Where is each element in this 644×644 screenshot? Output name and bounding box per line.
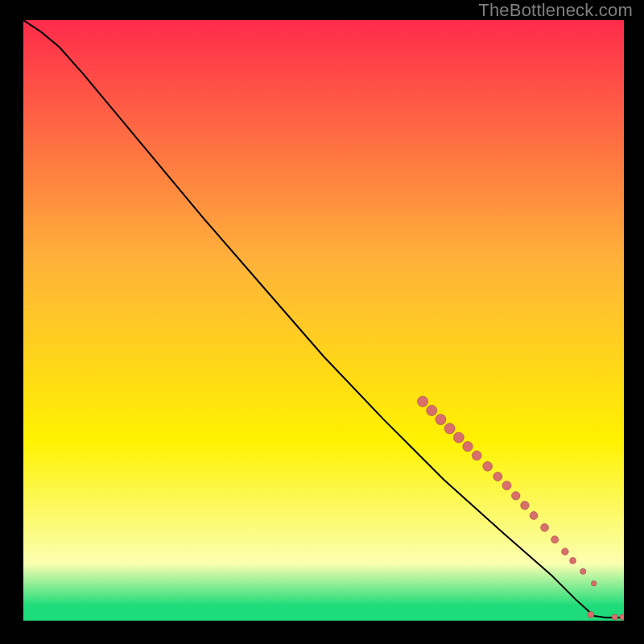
chart-point bbox=[541, 523, 549, 531]
chart-point bbox=[620, 614, 624, 620]
chart-point bbox=[530, 512, 538, 520]
chart-point bbox=[472, 451, 481, 460]
chart-point bbox=[483, 461, 493, 471]
chart-point bbox=[562, 548, 568, 555]
chart-point bbox=[588, 612, 594, 618]
chart-point bbox=[612, 614, 617, 620]
chart-point bbox=[591, 581, 597, 587]
chart-point bbox=[502, 481, 511, 490]
chart-point bbox=[521, 502, 529, 510]
chart-point bbox=[453, 432, 464, 443]
chart-point bbox=[436, 415, 446, 425]
chart-point bbox=[551, 536, 559, 543]
chart-point bbox=[580, 568, 586, 574]
chart-point bbox=[512, 492, 520, 500]
chart-point bbox=[570, 558, 576, 564]
chart-point bbox=[427, 405, 437, 415]
watermark-text: TheBottleneck.com bbox=[478, 0, 633, 21]
chart-point bbox=[493, 472, 502, 481]
chart-canvas bbox=[23, 20, 624, 621]
chart-point bbox=[463, 441, 473, 451]
chart-point bbox=[418, 396, 428, 407]
chart-svg bbox=[23, 20, 624, 621]
chart-point bbox=[444, 423, 455, 434]
